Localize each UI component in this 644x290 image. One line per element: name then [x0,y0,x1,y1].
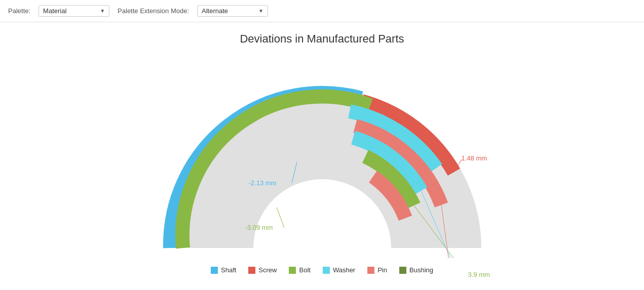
legend-label-shaft: Shaft [221,266,236,274]
chart-svg [79,61,565,258]
annotation-2: -2.13 mm [249,179,277,187]
svg-line-2 [277,208,284,228]
annotation-1: 1.48 mm [462,154,487,162]
extension-label: Palette Extension Mode: [118,7,189,15]
legend-label-screw: Screw [258,266,277,274]
chart-container: Deviations in Manufactured Parts [0,22,644,279]
palette-select[interactable]: Material ▼ [39,5,109,17]
legend-item-bushing: Bushing [399,266,433,274]
extension-value: Alternate [202,7,228,15]
legend-swatch-bolt [289,267,296,274]
legend-item-bolt: Bolt [289,266,310,274]
legend-item-washer: Washer [323,266,355,274]
legend-swatch-shaft [211,267,218,274]
legend-item-screw: Screw [248,266,277,274]
chart-area: 1.48 mm -2.13 mm -3.09 mm 3.9 mm 4.52 mm… [79,61,565,258]
legend-label-bushing: Bushing [409,266,433,274]
palette-label: Palette: [8,7,30,15]
palette-value: Material [43,7,66,15]
legend-swatch-screw [248,267,255,274]
toolbar: Palette: Material ▼ Palette Extension Mo… [0,0,644,22]
legend-swatch-washer [323,267,330,274]
legend-item-shaft: Shaft [211,266,236,274]
annotation-3: -3.09 mm [245,224,273,231]
legend-swatch-bushing [399,267,406,274]
palette-chevron-icon: ▼ [100,8,105,14]
chart-legend: Shaft Screw Bolt Washer Pin Bushing [211,266,433,274]
chart-title: Deviations in Manufactured Parts [240,32,404,46]
legend-label-washer: Washer [333,266,355,274]
legend-swatch-pin [367,267,374,274]
legend-item-pin: Pin [367,266,387,274]
extension-chevron-icon: ▼ [258,8,263,14]
legend-label-pin: Pin [377,266,387,274]
legend-label-bolt: Bolt [299,266,310,274]
annotation-4: 3.9 mm [468,271,490,278]
extension-select[interactable]: Alternate ▼ [197,5,268,17]
